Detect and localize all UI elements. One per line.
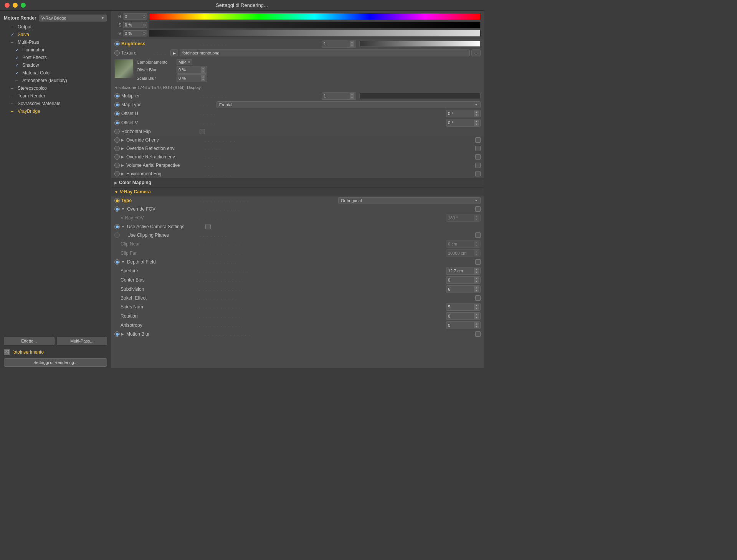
- sidebar-item-vraybridge[interactable]: – VrayBridge: [0, 107, 111, 115]
- vray-fov-down[interactable]: ▼: [474, 218, 479, 221]
- sidebar-item-illumination[interactable]: ✓ Illumination: [0, 46, 111, 54]
- scala-blur-input[interactable]: 0 % ▲ ▼: [177, 74, 207, 82]
- map-type-select[interactable]: Frontal ▼: [216, 101, 481, 108]
- s-track[interactable]: [149, 21, 481, 28]
- offset-u-down[interactable]: ▼: [474, 114, 479, 117]
- horizontal-flip-radio[interactable]: [114, 129, 120, 134]
- offset-blur-up[interactable]: ▲: [201, 67, 205, 70]
- anisotropy-down[interactable]: ▼: [474, 325, 479, 328]
- campionamento-select[interactable]: MIP ▼: [177, 59, 192, 65]
- subdivision-down[interactable]: ▼: [474, 289, 479, 292]
- offset-blur-input[interactable]: 0 % ▲ ▼: [177, 66, 207, 74]
- offset-u-stepper[interactable]: ▲ ▼: [474, 110, 479, 117]
- brightness-track[interactable]: [359, 41, 481, 47]
- aperture-stepper[interactable]: ▲ ▼: [474, 268, 479, 274]
- map-type-radio[interactable]: [114, 102, 120, 107]
- use-clipping-checkbox[interactable]: [475, 232, 481, 238]
- subdivision-input[interactable]: 6 ▲ ▼: [446, 285, 481, 293]
- multiplier-stepper[interactable]: ▲ ▼: [350, 93, 354, 99]
- motore-render-select[interactable]: V-Ray Bridge ▼: [39, 15, 107, 21]
- sidebar-item-sovrascrivimateriale[interactable]: – Sovrascrivi Materiale: [0, 100, 111, 107]
- vray-fov-up[interactable]: ▲: [474, 215, 479, 218]
- horizontal-flip-checkbox[interactable]: [200, 129, 205, 134]
- brightness-up[interactable]: ▲: [350, 41, 354, 44]
- use-active-checkbox[interactable]: [205, 224, 211, 229]
- brightness-radio[interactable]: [114, 41, 120, 46]
- rotation-stepper[interactable]: ▲ ▼: [474, 313, 479, 319]
- volume-aerial-checkbox[interactable]: [475, 163, 481, 168]
- offset-v-stepper[interactable]: ▲ ▼: [474, 120, 479, 126]
- clip-near-up[interactable]: ▲: [474, 241, 479, 244]
- motion-blur-radio[interactable]: [114, 331, 120, 337]
- texture-radio[interactable]: [114, 50, 120, 56]
- override-gi-checkbox[interactable]: [475, 137, 481, 143]
- anisotropy-input[interactable]: 0 ▲ ▼: [446, 321, 481, 329]
- multiplier-radio[interactable]: [114, 93, 120, 99]
- offset-v-down[interactable]: ▼: [474, 123, 479, 126]
- multiplier-down[interactable]: ▼: [350, 96, 354, 99]
- type-select[interactable]: Orthogonal ▼: [338, 197, 481, 204]
- sidebar-item-multipass[interactable]: – Multi-Pass: [0, 38, 111, 46]
- override-refraction-checkbox[interactable]: [475, 154, 481, 160]
- scala-blur-up[interactable]: ▲: [201, 75, 205, 78]
- sides-num-down[interactable]: ▼: [474, 307, 479, 310]
- override-reflection-checkbox[interactable]: [475, 146, 481, 151]
- depth-of-field-radio[interactable]: [114, 259, 120, 265]
- brightness-stepper[interactable]: ▲ ▼: [350, 41, 354, 47]
- center-bias-up[interactable]: ▲: [474, 277, 479, 280]
- multipass-button[interactable]: Multi-Pass...: [57, 337, 107, 345]
- sides-num-up[interactable]: ▲: [474, 304, 479, 307]
- override-refraction-radio[interactable]: [114, 154, 120, 160]
- use-active-radio[interactable]: [114, 224, 120, 229]
- offset-v-input[interactable]: 0 ° ▲ ▼: [446, 119, 481, 127]
- override-fov-checkbox[interactable]: [475, 206, 481, 212]
- settings-button[interactable]: Settaggi di Rendering...: [4, 358, 107, 367]
- scala-blur-stepper[interactable]: ▲ ▼: [201, 75, 205, 81]
- sidebar-item-posteffects[interactable]: ✓ Post Effects: [0, 54, 111, 61]
- clip-far-down[interactable]: ▼: [474, 253, 479, 256]
- v-track[interactable]: [149, 30, 481, 37]
- use-clipping-radio[interactable]: [114, 232, 120, 238]
- multiplier-input[interactable]: 1 ▲ ▼: [322, 92, 356, 100]
- sidebar-item-atmosphere[interactable]: – Atmosphere (Multiply): [0, 77, 111, 84]
- aperture-down[interactable]: ▼: [474, 271, 479, 274]
- texture-filename[interactable]: fotoinserimento.png: [180, 49, 470, 56]
- clip-near-input[interactable]: 0 cm ▲ ▼: [446, 240, 481, 248]
- offset-v-radio[interactable]: [114, 120, 120, 125]
- override-gi-radio[interactable]: [114, 137, 120, 143]
- brightness-input[interactable]: 1 ▲ ▼: [322, 40, 356, 48]
- sidebar-item-shadow[interactable]: ✓ Shadow: [0, 61, 111, 69]
- sides-num-stepper[interactable]: ▲ ▼: [474, 304, 479, 310]
- volume-aerial-radio[interactable]: [114, 163, 120, 168]
- offset-u-input[interactable]: 0 ° ▲ ▼: [446, 110, 481, 117]
- override-reflection-radio[interactable]: [114, 146, 120, 151]
- maximize-button[interactable]: [21, 3, 26, 8]
- sidebar-item-output[interactable]: – Output: [0, 23, 111, 31]
- sides-num-input[interactable]: 5 ▲ ▼: [446, 303, 481, 311]
- clip-near-stepper[interactable]: ▲ ▼: [474, 241, 479, 247]
- motion-blur-checkbox[interactable]: [475, 331, 481, 337]
- subdivision-up[interactable]: ▲: [474, 286, 479, 289]
- minimize-button[interactable]: [13, 3, 18, 8]
- offset-blur-stepper[interactable]: ▲ ▼: [201, 67, 205, 73]
- subdivision-stepper[interactable]: ▲ ▼: [474, 286, 479, 292]
- effetto-button[interactable]: Effetto...: [4, 337, 55, 345]
- sidebar-item-teamrender[interactable]: – Team Render: [0, 92, 111, 100]
- brightness-down[interactable]: ▼: [350, 44, 354, 47]
- vray-fov-stepper[interactable]: ▲ ▼: [474, 215, 479, 221]
- clip-near-down[interactable]: ▼: [474, 244, 479, 247]
- vray-fov-input[interactable]: 180 ° ▲ ▼: [446, 214, 481, 222]
- offset-v-up[interactable]: ▲: [474, 120, 479, 123]
- type-radio[interactable]: [114, 198, 120, 203]
- aperture-input[interactable]: 12.7 cm ▲ ▼: [446, 267, 481, 275]
- sidebar-item-materialcolor[interactable]: ✓ Material Color: [0, 69, 111, 77]
- bokeh-effect-checkbox[interactable]: [475, 295, 481, 301]
- depth-of-field-checkbox[interactable]: [475, 259, 481, 265]
- sidebar-item-salva[interactable]: ✓ Salva: [0, 31, 111, 38]
- offset-u-radio[interactable]: [114, 111, 120, 116]
- color-mapping-header[interactable]: ▶ Color Mapping: [111, 178, 484, 187]
- anisotropy-stepper[interactable]: ▲ ▼: [474, 322, 479, 328]
- texture-more-btn[interactable]: ···: [471, 49, 481, 56]
- environment-fog-checkbox[interactable]: [475, 171, 481, 176]
- h-input[interactable]: 0 ⬡: [123, 13, 147, 20]
